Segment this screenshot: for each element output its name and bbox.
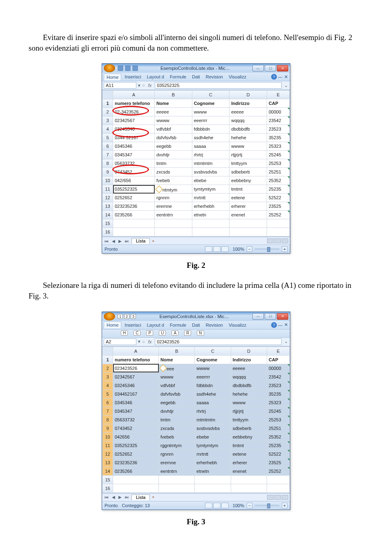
tab-revision[interactable]: Revision xyxy=(203,322,225,328)
cell[interactable]: 042656 xyxy=(113,432,159,441)
col-header-A[interactable]: A xyxy=(113,91,155,99)
maximize-button[interactable]: ☐ xyxy=(265,65,276,71)
cell[interactable]: ntmtym xyxy=(155,185,192,194)
cell[interactable]: saaaa xyxy=(195,398,231,407)
cell[interactable]: dsfvfsvfsb xyxy=(159,390,195,398)
cell[interactable]: enenet xyxy=(229,211,267,219)
view-pagebreak-icon[interactable] xyxy=(221,246,229,252)
cell[interactable]: tmttyym xyxy=(231,415,267,424)
cell[interactable] xyxy=(159,484,195,492)
sheet-nav-prev-icon[interactable]: ◀ xyxy=(111,495,116,499)
cell[interactable]: 023235236 xyxy=(113,202,155,211)
cell[interactable]: svsbvsdvbs xyxy=(195,424,231,432)
cell[interactable]: 25235 xyxy=(267,441,290,450)
horizontal-scrollbar[interactable] xyxy=(267,238,288,243)
cell[interactable]: eentntrn xyxy=(159,467,195,475)
cell[interactable]: CAP xyxy=(267,355,290,364)
cell[interactable]: numero telefono xyxy=(113,99,155,108)
cell[interactable]: 03245346 xyxy=(113,125,155,134)
tab-layout[interactable]: Layout d xyxy=(145,322,167,328)
formula-bar[interactable]: 023423526 xyxy=(155,338,282,345)
row-header[interactable]: 11 xyxy=(102,441,113,450)
cell[interactable]: 02342567 xyxy=(113,372,159,381)
col-header-B[interactable]: B xyxy=(155,91,192,99)
cell[interactable]: etnetn xyxy=(195,467,231,475)
zoom-out-icon[interactable]: − xyxy=(247,246,252,252)
cell[interactable]: 023235236 xyxy=(113,458,159,467)
spreadsheet-grid[interactable]: A B C D E 1numero telefonoNomeCognomeInd… xyxy=(102,347,290,493)
cell[interactable] xyxy=(267,228,290,236)
cell[interactable]: 25245 xyxy=(267,407,290,415)
ribbon-close-icon[interactable]: ✕ xyxy=(283,74,288,80)
row-header[interactable]: 10 xyxy=(102,176,113,185)
cell[interactable] xyxy=(195,484,231,492)
view-layout-icon[interactable] xyxy=(213,503,220,508)
cell[interactable]: tymtymtym xyxy=(192,185,229,194)
fx-icon[interactable]: fx xyxy=(147,339,154,344)
cell[interactable]: ebebe xyxy=(195,432,231,441)
row-header[interactable]: 5 xyxy=(102,134,113,142)
cell[interactable]: fvebeb xyxy=(155,176,192,185)
cell[interactable]: sdbeberb xyxy=(229,168,267,176)
cell[interactable]: dsfvfsvfsb xyxy=(155,134,192,142)
ribbon-minimize-icon[interactable]: — xyxy=(278,323,283,327)
cell[interactable]: ssdh4ehe xyxy=(192,134,229,142)
cell[interactable]: rgnnrn xyxy=(155,194,192,202)
row-header[interactable]: 16 xyxy=(102,228,113,236)
cell[interactable]: 25352 xyxy=(267,176,290,185)
view-pagebreak-icon[interactable] xyxy=(221,503,229,508)
redo-icon[interactable] xyxy=(132,65,138,71)
cell[interactable]: hehehe xyxy=(231,390,267,398)
cell[interactable]: rnrtntt xyxy=(195,450,231,458)
cell[interactable]: Indirizzo xyxy=(231,355,267,364)
cell[interactable] xyxy=(229,219,267,228)
cell[interactable]: eeeee xyxy=(155,108,192,116)
formula-expand-icon[interactable]: ⌄ xyxy=(283,339,288,344)
cell[interactable]: eegebb xyxy=(155,142,192,151)
cell[interactable] xyxy=(192,228,229,236)
row-header[interactable]: 12 xyxy=(102,194,113,202)
cell[interactable]: wwww xyxy=(159,372,195,381)
cell[interactable]: eeerrrr xyxy=(192,116,229,125)
cell[interactable]: wwww xyxy=(229,142,267,151)
col-header-E[interactable]: E xyxy=(267,347,290,355)
zoom-slider[interactable] xyxy=(255,505,279,506)
cell[interactable]: Cognome xyxy=(192,99,229,108)
row-header[interactable]: 12 xyxy=(102,450,113,458)
row-header[interactable]: 15 xyxy=(102,475,113,484)
sheet-tab-lista[interactable]: Lista xyxy=(131,494,150,500)
cell[interactable]: 0345347 xyxy=(113,151,155,159)
cell[interactable]: ebebe xyxy=(192,176,229,185)
cell[interactable]: 23542 xyxy=(267,372,290,381)
tab-home[interactable]: Home xyxy=(104,321,121,328)
cell[interactable]: svsbvsdvbs xyxy=(192,168,229,176)
cell[interactable]: 03245346 xyxy=(113,381,159,390)
cell[interactable]: rtjjrjrtj xyxy=(229,151,267,159)
horizontal-scrollbar[interactable] xyxy=(267,495,288,500)
cell[interactable]: 25251 xyxy=(267,424,290,432)
sheet-tab-lista[interactable]: Lista xyxy=(131,238,150,244)
tab-dati[interactable]: Dati xyxy=(189,73,203,80)
undo-icon[interactable] xyxy=(125,65,131,71)
cell[interactable]: zxcsds xyxy=(155,168,192,176)
col-header-C[interactable]: C xyxy=(195,347,231,355)
tab-revision[interactable]: Revision xyxy=(203,73,225,80)
cell[interactable]: wwww xyxy=(192,108,229,116)
cell[interactable]: eentntrn xyxy=(155,211,192,219)
cell[interactable]: eebbebny xyxy=(229,176,267,185)
cell[interactable]: hehehe xyxy=(229,134,267,142)
tab-visualizz[interactable]: Visualizz xyxy=(226,73,249,80)
cell[interactable]: 52522 xyxy=(267,450,290,458)
cell[interactable]: 0252652 xyxy=(113,450,159,458)
row-header[interactable]: 16 xyxy=(102,484,113,492)
tab-formule[interactable]: Formule xyxy=(167,73,189,80)
row-header[interactable]: 4 xyxy=(102,125,113,134)
save-icon[interactable] xyxy=(118,65,123,71)
cell[interactable]: eegebb xyxy=(159,398,195,407)
cell[interactable]: 02342567 xyxy=(113,116,155,125)
cell[interactable]: numero telefono xyxy=(113,355,159,364)
cell[interactable]: 0345346 xyxy=(113,142,155,151)
zoom-out-icon[interactable]: − xyxy=(247,503,252,508)
cell[interactable]: eee xyxy=(159,364,195,372)
cell[interactable] xyxy=(229,228,267,236)
